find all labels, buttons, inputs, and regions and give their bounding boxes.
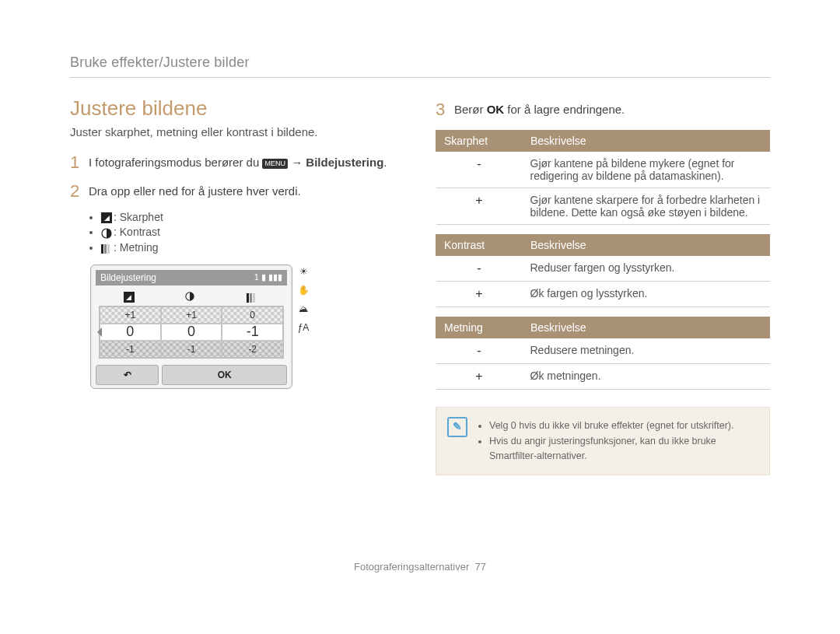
side-icons: ☀ ✋ ⛰ ƒA (297, 264, 310, 333)
ok-button[interactable]: OK (162, 365, 287, 385)
step-3-text-a: Berør (454, 103, 487, 116)
legend-sharpness-label: Skarphet (120, 211, 163, 223)
contrast-icon (185, 292, 196, 303)
table-cell-desc: Øk fargen og lysstyrken. (523, 281, 770, 306)
camera-screen-illustration: Bildejustering 1 ▮ ▮▮▮ ◢ (90, 264, 404, 389)
slider-row-selected: 0 0 -1 (100, 324, 283, 341)
arrow-icon: → (291, 156, 306, 169)
table-header: Beskrivelse (523, 130, 770, 151)
note-item: Velg 0 hvis du ikke vil bruke effekter (… (489, 419, 758, 433)
slider-cell: 0 (222, 306, 283, 324)
step-3: 3 Berør OK for å lagre endringene. (436, 101, 770, 119)
table-row: - Redusere metningen. (436, 338, 770, 363)
sharpness-table: Skarphet Beskrivelse - Gjør kantene på b… (436, 130, 770, 225)
fa-icon: ƒA (297, 322, 310, 333)
step-2: 2 Dra opp eller ned for å justere hver v… (70, 183, 404, 201)
slider-cell: +1 (161, 306, 222, 324)
legend-contrast: : Kontrast (101, 226, 404, 238)
step-1: 1 I fotograferingsmodus berører du MENU … (70, 154, 404, 172)
table-row: - Gjør kantene på bildene mykere (egnet … (436, 151, 770, 187)
section-title: Justere bildene (70, 96, 404, 121)
slider-cell: -1 (222, 324, 283, 341)
step-number: 1 (70, 154, 81, 171)
saturation-icon (101, 243, 112, 254)
table-cell-symbol: - (436, 255, 523, 281)
breadcrumb: Bruke effekter/Justere bilder (70, 54, 770, 71)
step-1-text-b: . (383, 156, 387, 169)
table-cell-desc: Øk metningen. (523, 363, 770, 389)
menu-icon: MENU (262, 159, 288, 169)
battery-icon: 1 ▮ ▮▮▮ (254, 272, 282, 282)
table-cell-desc: Gjør kantene skarpere for å forbedre kla… (523, 187, 770, 224)
table-header: Kontrast (436, 234, 523, 255)
sharpness-icon: ◢ (101, 212, 112, 223)
legend-saturation-label: Metning (120, 241, 159, 254)
saturation-table: Metning Beskrivelse - Redusere metningen… (436, 317, 770, 390)
table-header: Skarphet (436, 130, 523, 151)
back-button[interactable]: ↶ (96, 365, 159, 385)
info-icon: ✎ (447, 417, 467, 437)
table-cell-desc: Redusere metningen. (523, 338, 770, 363)
flash-icon: ☀ (297, 266, 310, 277)
slider-grid[interactable]: +1 +1 0 0 0 -1 -1 -1 (99, 306, 284, 359)
slider-cell: +1 (100, 306, 161, 324)
right-column: 3 Berør OK for å lagre endringene. Skarp… (436, 96, 770, 475)
contrast-table: Kontrast Beskrivelse - Reduser fargen og… (436, 234, 770, 307)
note-item: Hvis du angir justeringsfunksjoner, kan … (489, 434, 758, 464)
table-row: + Gjør kantene skarpere for å forbedre k… (436, 187, 770, 224)
table-cell-symbol: + (436, 281, 523, 306)
table-header: Metning (436, 317, 523, 338)
legend-sharpness: ◢: Skarphet (101, 211, 404, 223)
table-row: + Øk fargen og lysstyrken. (436, 281, 770, 306)
table-cell-symbol: - (436, 338, 523, 363)
slider-cell: -2 (222, 341, 283, 358)
hand-icon: ✋ (297, 285, 310, 296)
slider-cell: 0 (161, 324, 222, 341)
step-1-target: Bildejustering (306, 156, 383, 169)
table-cell-desc: Reduser fargen og lysstyrken. (523, 255, 770, 281)
slider-cell: -1 (100, 341, 161, 358)
footer-text: Fotograferingsalternativer (354, 561, 469, 573)
legend-list: ◢: Skarphet : Kontrast : Metning (101, 211, 404, 254)
step-2-text: Dra opp eller ned for å justere hver ver… (89, 183, 301, 201)
screen-title: Bildejustering (100, 272, 156, 283)
step-number: 2 (70, 183, 81, 200)
table-cell-symbol: + (436, 187, 523, 224)
slider-cell: 0 (100, 324, 161, 341)
table-cell-symbol: + (436, 363, 523, 389)
table-header: Beskrivelse (523, 234, 770, 255)
table-cell-desc: Gjør kantene på bildene mykere (egnet fo… (523, 151, 770, 187)
sharpness-icon: ◢ (124, 292, 135, 303)
page-number: 77 (474, 561, 485, 573)
step-number: 3 (436, 101, 446, 118)
saturation-icon (247, 292, 257, 303)
table-row: + Øk metningen. (436, 363, 770, 389)
divider (70, 77, 770, 78)
step-1-text-a: I fotograferingsmodus berører du (89, 156, 262, 169)
table-row: - Reduser fargen og lysstyrken. (436, 255, 770, 281)
section-subtitle: Juster skarphet, metning eller kontrast … (70, 125, 404, 138)
contrast-icon (101, 228, 112, 239)
note-box: ✎ Velg 0 hvis du ikke vil bruke effekter… (436, 407, 770, 475)
legend-saturation: : Metning (101, 241, 404, 254)
slider-row-minus: -1 -1 -2 (100, 341, 283, 358)
slider-row-plus: +1 +1 0 (100, 306, 283, 324)
legend-contrast-label: Kontrast (120, 226, 160, 238)
step-3-text-b: for å lagre endringene. (507, 103, 625, 116)
slider-cell: -1 (161, 341, 222, 358)
left-column: Justere bildene Juster skarphet, metning… (70, 96, 404, 475)
footer: Fotograferingsalternativer 77 (70, 561, 770, 573)
scene-icon: ⛰ (297, 303, 310, 314)
ok-icon: OK (487, 101, 505, 119)
table-header: Beskrivelse (523, 317, 770, 338)
table-cell-symbol: - (436, 151, 523, 187)
